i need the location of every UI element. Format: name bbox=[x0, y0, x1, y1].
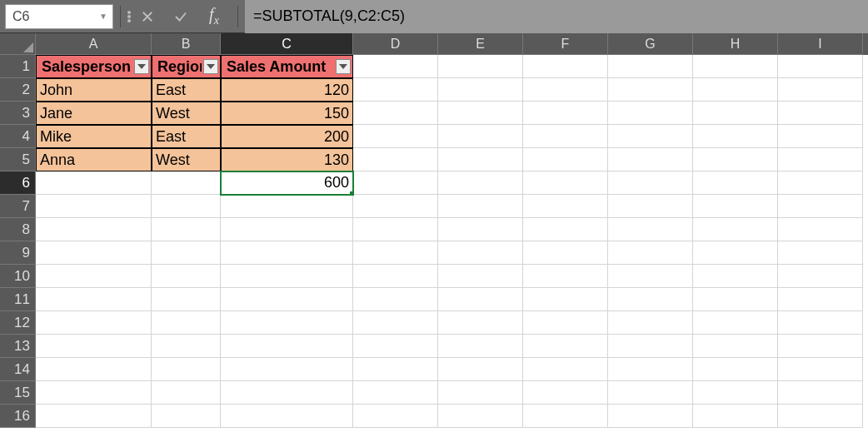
cell-H5[interactable] bbox=[693, 148, 778, 171]
cell-E6[interactable] bbox=[438, 171, 523, 195]
cell-D15[interactable] bbox=[353, 381, 438, 405]
cell-G1[interactable] bbox=[608, 55, 693, 78]
cell-A1[interactable]: Salesperson bbox=[36, 55, 152, 78]
cell-H7[interactable] bbox=[693, 195, 778, 218]
cell-B8[interactable] bbox=[152, 218, 221, 241]
fill-handle[interactable] bbox=[350, 191, 353, 195]
cell-I13[interactable] bbox=[778, 335, 863, 358]
row-header-8[interactable]: 8 bbox=[0, 218, 36, 241]
cell-D3[interactable] bbox=[353, 102, 438, 125]
cell-I10[interactable] bbox=[778, 265, 863, 288]
cell-F13[interactable] bbox=[523, 335, 608, 358]
cell-F8[interactable] bbox=[523, 218, 608, 241]
cell-C16[interactable] bbox=[221, 405, 353, 428]
cell-E11[interactable] bbox=[438, 288, 523, 311]
cell-D16[interactable] bbox=[353, 405, 438, 428]
cell-A10[interactable] bbox=[36, 265, 152, 288]
cell-G5[interactable] bbox=[608, 148, 693, 171]
cell-C12[interactable] bbox=[221, 311, 353, 335]
cell-C14[interactable] bbox=[221, 358, 353, 381]
cell-A15[interactable] bbox=[36, 381, 152, 405]
cell-C13[interactable] bbox=[221, 335, 353, 358]
cell-I2[interactable] bbox=[778, 78, 863, 102]
cell-G8[interactable] bbox=[608, 218, 693, 241]
cell-D14[interactable] bbox=[353, 358, 438, 381]
column-header-f[interactable]: F bbox=[523, 33, 608, 55]
row-header-12[interactable]: 12 bbox=[0, 311, 36, 335]
cell-C5[interactable]: 130 bbox=[221, 148, 353, 171]
cell-B1[interactable]: Region bbox=[152, 55, 221, 78]
row-header-9[interactable]: 9 bbox=[0, 241, 36, 265]
cell-D2[interactable] bbox=[353, 78, 438, 102]
cell-F4[interactable] bbox=[523, 125, 608, 148]
cell-H2[interactable] bbox=[693, 78, 778, 102]
row-header-6[interactable]: 6 bbox=[0, 171, 36, 195]
cell-H11[interactable] bbox=[693, 288, 778, 311]
cell-C6[interactable]: 600 bbox=[221, 171, 353, 195]
cell-H16[interactable] bbox=[693, 405, 778, 428]
cell-E15[interactable] bbox=[438, 381, 523, 405]
cell-E10[interactable] bbox=[438, 265, 523, 288]
cell-G14[interactable] bbox=[608, 358, 693, 381]
cell-E13[interactable] bbox=[438, 335, 523, 358]
cell-F2[interactable] bbox=[523, 78, 608, 102]
row-header-11[interactable]: 11 bbox=[0, 288, 36, 311]
cell-G12[interactable] bbox=[608, 311, 693, 335]
cell-B2[interactable]: East bbox=[152, 78, 221, 102]
cell-G10[interactable] bbox=[608, 265, 693, 288]
cell-B7[interactable] bbox=[152, 195, 221, 218]
cell-F16[interactable] bbox=[523, 405, 608, 428]
cell-I15[interactable] bbox=[778, 381, 863, 405]
cell-A2[interactable]: John bbox=[36, 78, 152, 102]
cell-A6[interactable] bbox=[36, 171, 152, 195]
cell-G9[interactable] bbox=[608, 241, 693, 265]
cell-I5[interactable] bbox=[778, 148, 863, 171]
cell-G6[interactable] bbox=[608, 171, 693, 195]
row-header-3[interactable]: 3 bbox=[0, 102, 36, 125]
name-box[interactable]: C6 ▼ bbox=[5, 4, 113, 29]
cell-A3[interactable]: Jane bbox=[36, 102, 152, 125]
cell-F3[interactable] bbox=[523, 102, 608, 125]
cell-E14[interactable] bbox=[438, 358, 523, 381]
row-header-10[interactable]: 10 bbox=[0, 265, 36, 288]
accept-button[interactable] bbox=[164, 9, 197, 24]
cell-E9[interactable] bbox=[438, 241, 523, 265]
cell-A13[interactable] bbox=[36, 335, 152, 358]
row-header-5[interactable]: 5 bbox=[0, 148, 36, 171]
cell-G3[interactable] bbox=[608, 102, 693, 125]
cell-H9[interactable] bbox=[693, 241, 778, 265]
cell-A12[interactable] bbox=[36, 311, 152, 335]
cell-B13[interactable] bbox=[152, 335, 221, 358]
row-header-2[interactable]: 2 bbox=[0, 78, 36, 102]
cell-D6[interactable] bbox=[353, 171, 438, 195]
cell-F6[interactable] bbox=[523, 171, 608, 195]
cell-I1[interactable] bbox=[778, 55, 863, 78]
row-header-13[interactable]: 13 bbox=[0, 335, 36, 358]
cell-G7[interactable] bbox=[608, 195, 693, 218]
cell-H3[interactable] bbox=[693, 102, 778, 125]
row-header-7[interactable]: 7 bbox=[0, 195, 36, 218]
cell-E16[interactable] bbox=[438, 405, 523, 428]
cell-H14[interactable] bbox=[693, 358, 778, 381]
cell-E12[interactable] bbox=[438, 311, 523, 335]
cell-H4[interactable] bbox=[693, 125, 778, 148]
cell-I14[interactable] bbox=[778, 358, 863, 381]
filter-button[interactable] bbox=[134, 59, 149, 74]
cell-D4[interactable] bbox=[353, 125, 438, 148]
cell-F11[interactable] bbox=[523, 288, 608, 311]
cell-B14[interactable] bbox=[152, 358, 221, 381]
cell-B4[interactable]: East bbox=[152, 125, 221, 148]
cell-A5[interactable]: Anna bbox=[36, 148, 152, 171]
cell-E1[interactable] bbox=[438, 55, 523, 78]
column-header-i[interactable]: I bbox=[778, 33, 863, 55]
cell-D5[interactable] bbox=[353, 148, 438, 171]
cell-A9[interactable] bbox=[36, 241, 152, 265]
cell-F15[interactable] bbox=[523, 381, 608, 405]
cell-I7[interactable] bbox=[778, 195, 863, 218]
cell-C2[interactable]: 120 bbox=[221, 78, 353, 102]
cell-G2[interactable] bbox=[608, 78, 693, 102]
column-header-a[interactable]: A bbox=[36, 33, 152, 55]
row-header-14[interactable]: 14 bbox=[0, 358, 36, 381]
cell-H6[interactable] bbox=[693, 171, 778, 195]
cell-C9[interactable] bbox=[221, 241, 353, 265]
